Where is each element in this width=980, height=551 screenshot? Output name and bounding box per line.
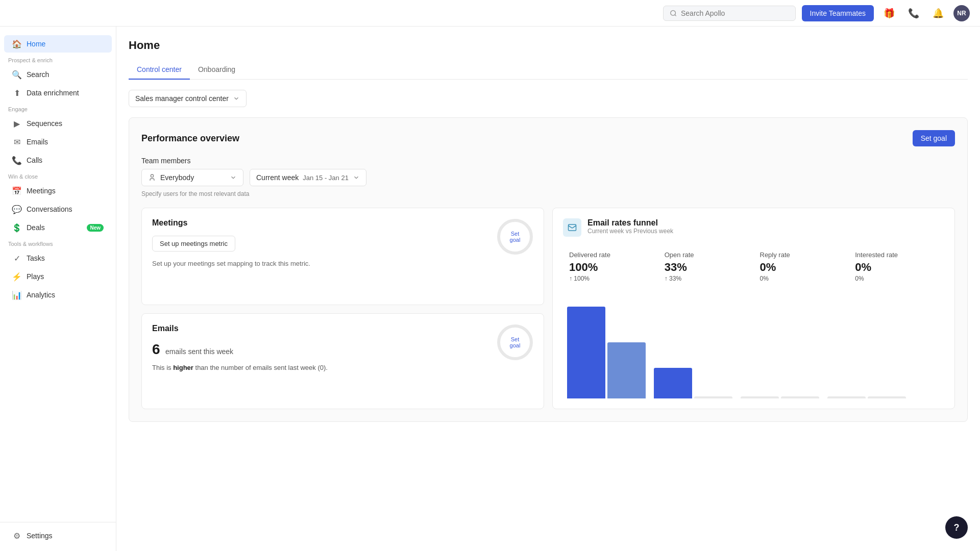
setup-meetings-button[interactable]: Set up meetings metric [152, 236, 235, 252]
sidebar-item-settings[interactable]: ⚙ Settings [4, 527, 112, 544]
interested-value: 0% [855, 261, 938, 274]
bar-interested-previous [868, 396, 906, 398]
bar-open-current [654, 368, 692, 398]
bar-group-interested [827, 396, 906, 398]
member-select-dropdown[interactable]: Everybody [141, 169, 243, 186]
section-title: Performance overview [141, 133, 239, 144]
svg-point-0 [670, 10, 675, 15]
sidebar-item-label: Home [27, 40, 45, 48]
sidebar-item-search[interactable]: 🔍 Search [4, 66, 112, 83]
search-nav-icon: 🔍 [12, 70, 21, 79]
email-desc-bold: higher [173, 364, 193, 371]
meetings-gauge: Set goal [495, 216, 535, 257]
delivered-rate-metric: Delivered rate 100% ↑ 100% [563, 247, 658, 286]
sidebar-item-calls[interactable]: 📞 Calls [4, 152, 112, 169]
svg-point-1 [151, 174, 153, 177]
funnel-title-group: Email rates funnel Current week vs Previ… [587, 218, 673, 235]
email-desc-prefix: This is [152, 364, 173, 371]
invite-teammates-button[interactable]: Invite Teammates [802, 5, 874, 21]
bar-group-delivered [567, 307, 646, 398]
interested-label: Interested rate [855, 251, 938, 259]
emails-goal-link[interactable]: Set goal [505, 336, 525, 348]
sidebar-item-label: Data enrichment [27, 89, 79, 97]
funnel-subtitle: Current week vs Previous week [587, 228, 673, 235]
delivered-trend: ↑ 100% [569, 275, 652, 282]
section-label-engage: Engage [0, 102, 116, 114]
sidebar-item-emails[interactable]: ✉ Emails [4, 133, 112, 151]
gift-icon[interactable]: 🎁 [880, 4, 898, 22]
section-label-win: Win & close [0, 169, 116, 182]
sidebar-bottom: ⚙ Settings [0, 522, 116, 545]
enrichment-icon: ⬆ [12, 88, 21, 97]
emails-card-title: Emails [152, 324, 179, 333]
plays-icon: ⚡ [12, 272, 21, 281]
bar-open-previous [694, 396, 732, 398]
delivered-value: 100% [569, 261, 652, 274]
sidebar-item-label: Tasks [27, 254, 45, 262]
tab-control-center[interactable]: Control center [129, 60, 190, 80]
page-title: Home [129, 39, 968, 52]
emails-metric-card: Emails Set goal 6 emails sent this week … [141, 313, 544, 409]
meetings-metric-card: Meetings Set goal Set up meetings metric… [141, 208, 544, 305]
team-members-row: Everybody Current week Jan 15 - Jan 21 [141, 169, 955, 186]
tasks-icon: ✓ [12, 254, 21, 263]
section-header: Performance overview Set goal [141, 130, 955, 146]
help-button[interactable]: ? [945, 516, 968, 539]
delivered-label: Delivered rate [569, 251, 652, 259]
date-chevron-icon [353, 174, 360, 181]
date-range-dropdown[interactable]: Current week Jan 15 - Jan 21 [250, 169, 366, 186]
email-higher-text: This is higher than the number of emails… [152, 364, 533, 371]
set-goal-gauge-link[interactable]: Set goal [505, 231, 525, 243]
sidebar-item-label: Deals [27, 223, 45, 232]
interested-trend: 0% [855, 275, 938, 282]
sidebar-item-conversations[interactable]: 💬 Conversations [4, 201, 112, 218]
tab-onboarding[interactable]: Onboarding [190, 60, 243, 80]
bar-reply-current [741, 396, 779, 398]
svg-rect-3 [569, 224, 576, 231]
bar-delivered-current [567, 307, 605, 398]
reply-label: Reply rate [760, 251, 843, 259]
sidebar-item-deals[interactable]: 💲 Deals New [4, 219, 112, 236]
member-chevron-icon [230, 174, 237, 181]
analytics-icon: 📊 [12, 290, 21, 299]
sidebar-item-label: Meetings [27, 187, 56, 195]
email-count-row: 6 emails sent this week [152, 341, 533, 358]
view-selector-dropdown[interactable]: Sales manager control center [129, 90, 247, 107]
hint-text: Specify users for the most relevant data [141, 190, 955, 197]
sidebar-item-label: Plays [27, 272, 44, 281]
people-icon [148, 173, 156, 182]
sidebar-item-tasks[interactable]: ✓ Tasks [4, 249, 112, 267]
team-members-label: Team members [141, 157, 955, 165]
email-desc-suffix: than the number of emails sent last week… [193, 364, 328, 371]
sidebar-item-meetings[interactable]: 📅 Meetings [4, 182, 112, 199]
phone-icon[interactable]: 📞 [904, 4, 923, 22]
sidebar-item-label: Sequences [27, 119, 62, 128]
interested-rate-metric: Interested rate 0% 0% [849, 247, 944, 286]
avatar[interactable]: NR [953, 5, 970, 21]
meetings-icon: 📅 [12, 186, 21, 195]
bell-icon[interactable]: 🔔 [929, 4, 947, 22]
sidebar-item-label: Emails [27, 138, 48, 146]
sidebar-item-data-enrichment[interactable]: ⬆ Data enrichment [4, 84, 112, 102]
date-range-label: Jan 15 - Jan 21 [303, 174, 349, 182]
sidebar-item-label: Search [27, 70, 49, 79]
date-week-label: Current week [256, 173, 299, 182]
emails-card-header: Emails [152, 324, 533, 333]
sidebar-item-sequences[interactable]: ▶ Sequences [4, 115, 112, 132]
funnel-title: Email rates funnel [587, 218, 673, 228]
sidebar-item-label: Conversations [27, 205, 72, 213]
set-goal-button[interactable]: Set goal [913, 130, 955, 146]
bar-group-open [654, 368, 732, 398]
funnel-header: Email rates funnel Current week vs Previ… [563, 218, 944, 237]
sidebar-item-home[interactable]: 🏠 Home [4, 35, 112, 53]
open-trend: ↑ 33% [665, 275, 748, 282]
sidebar: ⊟ 🏠 Home Prospect & enrich 🔍 Search ⬆ Da… [0, 0, 116, 551]
emails-icon: ✉ [12, 137, 21, 146]
sidebar-item-analytics[interactable]: 📊 Analytics [4, 286, 112, 304]
open-value: 33% [665, 261, 748, 274]
reply-trend: 0% [760, 275, 843, 282]
search-bar[interactable] [663, 6, 796, 21]
search-input[interactable] [681, 9, 789, 17]
meetings-desc: Set up your meetings set mapping to trac… [152, 260, 533, 267]
sidebar-item-plays[interactable]: ⚡ Plays [4, 268, 112, 285]
